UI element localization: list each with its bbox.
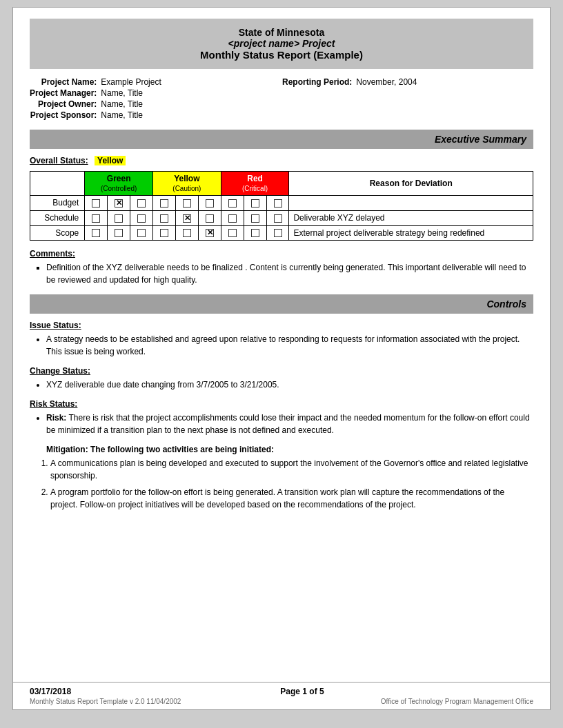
unchecked-checkbox[interactable]: [115, 229, 123, 237]
checkbox-cell: [244, 196, 266, 211]
unchecked-checkbox[interactable]: [160, 214, 168, 223]
checkbox-cell: [130, 225, 153, 241]
project-name-value: Example Project: [101, 77, 278, 87]
table-row-label: Schedule: [30, 210, 85, 225]
reason-cell: Deliverable XYZ delayed: [289, 210, 533, 225]
mitigation-item: A program portfolio for the follow-on ef…: [50, 486, 533, 511]
checkbox-cell: [198, 210, 221, 225]
checkbox-cell: [85, 225, 108, 241]
unchecked-checkbox[interactable]: [137, 229, 146, 237]
overall-status: Overall Status: Yellow: [30, 156, 533, 165]
overall-status-label: Overall Status:: [30, 156, 88, 165]
red-header: Red (Critical): [221, 172, 289, 196]
header-line3: Monthly Status Report (Example): [41, 49, 522, 61]
checkbox-cell: [153, 225, 176, 241]
checked-checkbox[interactable]: [183, 214, 191, 223]
checkbox-cell: [108, 225, 130, 241]
checkbox-cell: [221, 210, 244, 225]
page-footer: 03/17/2018 Page 1 of 5 Monthly Status Re…: [13, 682, 550, 709]
unchecked-checkbox[interactable]: [160, 199, 168, 208]
issue-status-label: Issue Status:: [30, 321, 533, 330]
project-info: Project Name: Example Project Reporting …: [30, 77, 533, 120]
checkbox-cell: [130, 210, 153, 225]
unchecked-checkbox[interactable]: [92, 199, 100, 208]
checkbox-cell: [85, 196, 108, 211]
comments-list: Definition of the XYZ deliverable needs …: [46, 261, 533, 286]
footer-office: Office of Technology Program Management …: [381, 698, 533, 705]
unchecked-checkbox[interactable]: [137, 199, 146, 208]
overall-status-value: Yellow: [95, 156, 126, 165]
manager-label: Project Manager:: [30, 88, 97, 98]
unchecked-checkbox[interactable]: [274, 229, 282, 237]
status-table: Green (Controlled) Yellow (Caution) Red …: [30, 171, 533, 241]
unchecked-checkbox[interactable]: [160, 229, 168, 237]
checkbox-cell: [108, 196, 130, 211]
checkbox-cell: [108, 210, 130, 225]
checkbox-cell: [153, 210, 176, 225]
green-header: Green (Controlled): [85, 172, 153, 196]
issue-item: A strategy needs to be established and a…: [46, 333, 533, 358]
unchecked-checkbox[interactable]: [251, 229, 259, 237]
change-item: XYZ deliverable due date changing from 3…: [46, 378, 533, 391]
checkbox-cell: [198, 196, 221, 211]
unchecked-checkbox[interactable]: [92, 229, 100, 237]
unchecked-checkbox[interactable]: [137, 214, 146, 223]
unchecked-checkbox[interactable]: [228, 229, 237, 237]
reporting-period-label: Reporting Period:: [282, 77, 352, 87]
table-row-label: Budget: [30, 196, 85, 211]
checkbox-cell: [175, 210, 198, 225]
owner-value: Name, Title: [101, 99, 278, 109]
checkbox-cell: [221, 196, 244, 211]
doc-header: State of Minnesota <project name> Projec…: [30, 19, 533, 69]
risk-status-label: Risk Status:: [30, 399, 533, 409]
unchecked-checkbox[interactable]: [228, 214, 237, 223]
checkbox-cell: [175, 196, 198, 211]
page: State of Minnesota <project name> Projec…: [12, 7, 551, 710]
controls-section: Issue Status: A strategy needs to be est…: [30, 321, 533, 511]
checked-checkbox[interactable]: [115, 199, 123, 208]
unchecked-checkbox[interactable]: [251, 199, 259, 208]
project-name-label: Project Name:: [30, 77, 97, 87]
sponsor-label: Project Sponsor:: [30, 110, 97, 120]
yellow-header: Yellow (Caution): [153, 172, 221, 196]
sponsor-value: Name, Title: [101, 110, 278, 120]
unchecked-checkbox[interactable]: [92, 214, 100, 223]
unchecked-checkbox[interactable]: [183, 229, 191, 237]
mitigation-list: A communications plan is being developed…: [50, 457, 533, 511]
mitigation-label: Mitigation: The following two activities…: [46, 445, 533, 454]
reporting-period-value: November, 2004: [356, 77, 533, 87]
checkbox-cell: [85, 210, 108, 225]
issue-list: A strategy needs to be established and a…: [46, 333, 533, 358]
unchecked-checkbox[interactable]: [206, 199, 214, 208]
change-status-label: Change Status:: [30, 366, 533, 376]
owner-label: Project Owner:: [30, 99, 97, 109]
table-row-label: Scope: [30, 225, 85, 241]
footer-template: Monthly Status Report Template v 2.0 11/…: [30, 698, 181, 705]
checkbox-cell: [266, 196, 289, 211]
footer-page: Page 1 of 5: [280, 687, 324, 696]
unchecked-checkbox[interactable]: [274, 214, 282, 223]
checkbox-cell: [244, 210, 266, 225]
footer-date: 03/17/2018: [30, 687, 71, 696]
reason-header: Reason for Deviation: [289, 172, 533, 196]
checkbox-cell: [153, 196, 176, 211]
manager-value: Name, Title: [101, 88, 278, 98]
unchecked-checkbox[interactable]: [274, 199, 282, 208]
checkbox-cell: [175, 225, 198, 241]
comments-label: Comments:: [30, 249, 533, 259]
checked-checkbox[interactable]: [206, 229, 214, 237]
comment-item: Definition of the XYZ deliverable needs …: [46, 261, 533, 286]
header-line2: <project name> Project: [41, 38, 522, 49]
unchecked-checkbox[interactable]: [251, 214, 259, 223]
unchecked-checkbox[interactable]: [183, 199, 191, 208]
checkbox-cell: [266, 225, 289, 241]
checkbox-cell: [244, 225, 266, 241]
unchecked-checkbox[interactable]: [206, 214, 214, 223]
unchecked-checkbox[interactable]: [115, 214, 123, 223]
change-list: XYZ deliverable due date changing from 3…: [46, 378, 533, 391]
reason-cell: External project deliverable strategy be…: [289, 225, 533, 241]
unchecked-checkbox[interactable]: [228, 199, 237, 208]
checkbox-cell: [130, 196, 153, 211]
checkbox-cell: [266, 210, 289, 225]
table-empty-header: [30, 172, 85, 196]
